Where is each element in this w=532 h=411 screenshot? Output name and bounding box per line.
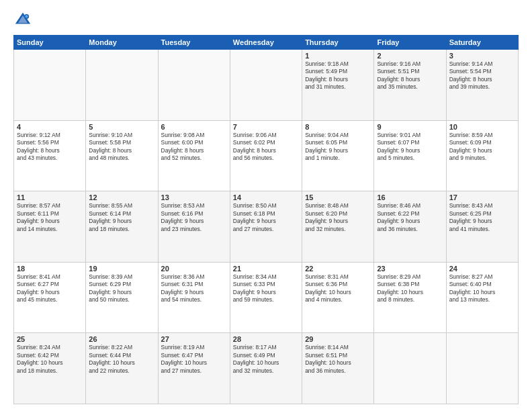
- day-info: Sunrise: 8:31 AM Sunset: 6:36 PM Dayligh…: [305, 273, 371, 304]
- calendar-cell: 8Sunrise: 9:04 AM Sunset: 6:05 PM Daylig…: [302, 120, 374, 191]
- weekday-header-tuesday: Tuesday: [158, 36, 230, 50]
- day-number: 21: [233, 265, 299, 273]
- calendar-cell: 12Sunrise: 8:55 AM Sunset: 6:14 PM Dayli…: [86, 191, 158, 263]
- day-number: 16: [377, 193, 443, 201]
- calendar-cell: [86, 50, 158, 121]
- calendar-cell: 17Sunrise: 8:43 AM Sunset: 6:25 PM Dayli…: [446, 191, 518, 263]
- calendar-cell: 25Sunrise: 8:24 AM Sunset: 6:42 PM Dayli…: [14, 333, 86, 404]
- day-info: Sunrise: 9:18 AM Sunset: 5:49 PM Dayligh…: [305, 60, 371, 91]
- day-number: 3: [449, 52, 515, 60]
- day-info: Sunrise: 8:27 AM Sunset: 6:40 PM Dayligh…: [449, 273, 515, 304]
- day-info: Sunrise: 8:48 AM Sunset: 6:20 PM Dayligh…: [305, 202, 371, 233]
- day-number: 27: [161, 335, 227, 343]
- day-number: 22: [305, 265, 371, 273]
- calendar-cell: 14Sunrise: 8:50 AM Sunset: 6:18 PM Dayli…: [230, 191, 302, 263]
- calendar-cell: 6Sunrise: 9:08 AM Sunset: 6:00 PM Daylig…: [158, 120, 230, 191]
- day-number: 2: [377, 52, 443, 60]
- day-number: 24: [449, 265, 515, 273]
- calendar-cell: [14, 50, 86, 121]
- calendar-cell: 5Sunrise: 9:10 AM Sunset: 5:58 PM Daylig…: [86, 120, 158, 191]
- calendar-cell: 26Sunrise: 8:22 AM Sunset: 6:44 PM Dayli…: [86, 333, 158, 404]
- day-info: Sunrise: 8:59 AM Sunset: 6:09 PM Dayligh…: [449, 132, 515, 163]
- calendar-cell: [230, 50, 302, 121]
- day-number: 29: [305, 335, 371, 343]
- day-number: 12: [89, 193, 154, 201]
- weekday-header-friday: Friday: [374, 36, 446, 50]
- calendar-week-2: 11Sunrise: 8:57 AM Sunset: 6:11 PM Dayli…: [14, 191, 519, 263]
- calendar-cell: 2Sunrise: 9:16 AM Sunset: 5:51 PM Daylig…: [374, 50, 446, 121]
- page-header: [13, 11, 519, 30]
- day-info: Sunrise: 8:46 AM Sunset: 6:22 PM Dayligh…: [377, 202, 443, 233]
- weekday-row: SundayMondayTuesdayWednesdayThursdayFrid…: [14, 36, 519, 50]
- calendar-page: SundayMondayTuesdayWednesdayThursdayFrid…: [0, 0, 532, 411]
- day-number: 11: [17, 193, 83, 201]
- calendar-cell: [446, 333, 518, 404]
- calendar-cell: 10Sunrise: 8:59 AM Sunset: 6:09 PM Dayli…: [446, 120, 518, 191]
- day-number: 8: [305, 123, 371, 131]
- calendar-cell: 27Sunrise: 8:19 AM Sunset: 6:47 PM Dayli…: [158, 333, 230, 404]
- calendar-week-4: 25Sunrise: 8:24 AM Sunset: 6:42 PM Dayli…: [14, 333, 519, 404]
- calendar-cell: 22Sunrise: 8:31 AM Sunset: 6:36 PM Dayli…: [302, 262, 374, 333]
- day-info: Sunrise: 8:22 AM Sunset: 6:44 PM Dayligh…: [89, 344, 154, 375]
- calendar-table: SundayMondayTuesdayWednesdayThursdayFrid…: [13, 35, 519, 404]
- calendar-header: SundayMondayTuesdayWednesdayThursdayFrid…: [14, 36, 519, 50]
- day-info: Sunrise: 8:29 AM Sunset: 6:38 PM Dayligh…: [377, 273, 443, 304]
- calendar-cell: 15Sunrise: 8:48 AM Sunset: 6:20 PM Dayli…: [302, 191, 374, 263]
- weekday-header-thursday: Thursday: [302, 36, 374, 50]
- calendar-week-1: 4Sunrise: 9:12 AM Sunset: 5:56 PM Daylig…: [14, 120, 519, 191]
- calendar-cell: 16Sunrise: 8:46 AM Sunset: 6:22 PM Dayli…: [374, 191, 446, 263]
- day-number: 4: [17, 123, 83, 131]
- day-number: 18: [17, 265, 83, 273]
- day-info: Sunrise: 8:39 AM Sunset: 6:29 PM Dayligh…: [89, 273, 154, 304]
- calendar-cell: 11Sunrise: 8:57 AM Sunset: 6:11 PM Dayli…: [14, 191, 86, 263]
- calendar-cell: 29Sunrise: 8:14 AM Sunset: 6:51 PM Dayli…: [302, 333, 374, 404]
- calendar-week-0: 1Sunrise: 9:18 AM Sunset: 5:49 PM Daylig…: [14, 50, 519, 121]
- day-info: Sunrise: 9:08 AM Sunset: 6:00 PM Dayligh…: [161, 132, 227, 163]
- day-number: 1: [305, 52, 371, 60]
- day-number: 14: [233, 193, 299, 201]
- day-number: 7: [233, 123, 299, 131]
- day-number: 25: [17, 335, 83, 343]
- weekday-header-saturday: Saturday: [446, 36, 518, 50]
- logo: [13, 11, 35, 30]
- calendar-cell: 3Sunrise: 9:14 AM Sunset: 5:54 PM Daylig…: [446, 50, 518, 121]
- calendar-body: 1Sunrise: 9:18 AM Sunset: 5:49 PM Daylig…: [14, 50, 519, 404]
- calendar-cell: 1Sunrise: 9:18 AM Sunset: 5:49 PM Daylig…: [302, 50, 374, 121]
- day-info: Sunrise: 9:16 AM Sunset: 5:51 PM Dayligh…: [377, 60, 443, 91]
- day-number: 6: [161, 123, 227, 131]
- calendar-cell: 28Sunrise: 8:17 AM Sunset: 6:49 PM Dayli…: [230, 333, 302, 404]
- svg-point-3: [26, 15, 28, 17]
- day-info: Sunrise: 8:36 AM Sunset: 6:31 PM Dayligh…: [161, 273, 227, 304]
- day-info: Sunrise: 8:53 AM Sunset: 6:16 PM Dayligh…: [161, 202, 227, 233]
- day-info: Sunrise: 8:24 AM Sunset: 6:42 PM Dayligh…: [17, 344, 83, 375]
- calendar-cell: 19Sunrise: 8:39 AM Sunset: 6:29 PM Dayli…: [86, 262, 158, 333]
- calendar-cell: 18Sunrise: 8:41 AM Sunset: 6:27 PM Dayli…: [14, 262, 86, 333]
- weekday-header-wednesday: Wednesday: [230, 36, 302, 50]
- day-number: 23: [377, 265, 443, 273]
- calendar-cell: 20Sunrise: 8:36 AM Sunset: 6:31 PM Dayli…: [158, 262, 230, 333]
- calendar-cell: 23Sunrise: 8:29 AM Sunset: 6:38 PM Dayli…: [374, 262, 446, 333]
- day-info: Sunrise: 8:43 AM Sunset: 6:25 PM Dayligh…: [449, 202, 515, 233]
- day-number: 10: [449, 123, 515, 131]
- day-number: 26: [89, 335, 154, 343]
- day-number: 13: [161, 193, 227, 201]
- day-info: Sunrise: 8:19 AM Sunset: 6:47 PM Dayligh…: [161, 344, 227, 375]
- day-number: 15: [305, 193, 371, 201]
- calendar-cell: 7Sunrise: 9:06 AM Sunset: 6:02 PM Daylig…: [230, 120, 302, 191]
- calendar-cell: 21Sunrise: 8:34 AM Sunset: 6:33 PM Dayli…: [230, 262, 302, 333]
- day-info: Sunrise: 9:06 AM Sunset: 6:02 PM Dayligh…: [233, 132, 299, 163]
- weekday-header-monday: Monday: [86, 36, 158, 50]
- day-info: Sunrise: 8:55 AM Sunset: 6:14 PM Dayligh…: [89, 202, 154, 233]
- day-info: Sunrise: 9:14 AM Sunset: 5:54 PM Dayligh…: [449, 60, 515, 91]
- day-info: Sunrise: 9:04 AM Sunset: 6:05 PM Dayligh…: [305, 132, 371, 163]
- day-info: Sunrise: 8:57 AM Sunset: 6:11 PM Dayligh…: [17, 202, 83, 233]
- calendar-cell: 9Sunrise: 9:01 AM Sunset: 6:07 PM Daylig…: [374, 120, 446, 191]
- calendar-cell: 13Sunrise: 8:53 AM Sunset: 6:16 PM Dayli…: [158, 191, 230, 263]
- calendar-week-3: 18Sunrise: 8:41 AM Sunset: 6:27 PM Dayli…: [14, 262, 519, 333]
- day-number: 20: [161, 265, 227, 273]
- calendar-cell: [158, 50, 230, 121]
- calendar-cell: 4Sunrise: 9:12 AM Sunset: 5:56 PM Daylig…: [14, 120, 86, 191]
- day-info: Sunrise: 9:01 AM Sunset: 6:07 PM Dayligh…: [377, 132, 443, 163]
- day-number: 5: [89, 123, 154, 131]
- day-info: Sunrise: 8:14 AM Sunset: 6:51 PM Dayligh…: [305, 344, 371, 375]
